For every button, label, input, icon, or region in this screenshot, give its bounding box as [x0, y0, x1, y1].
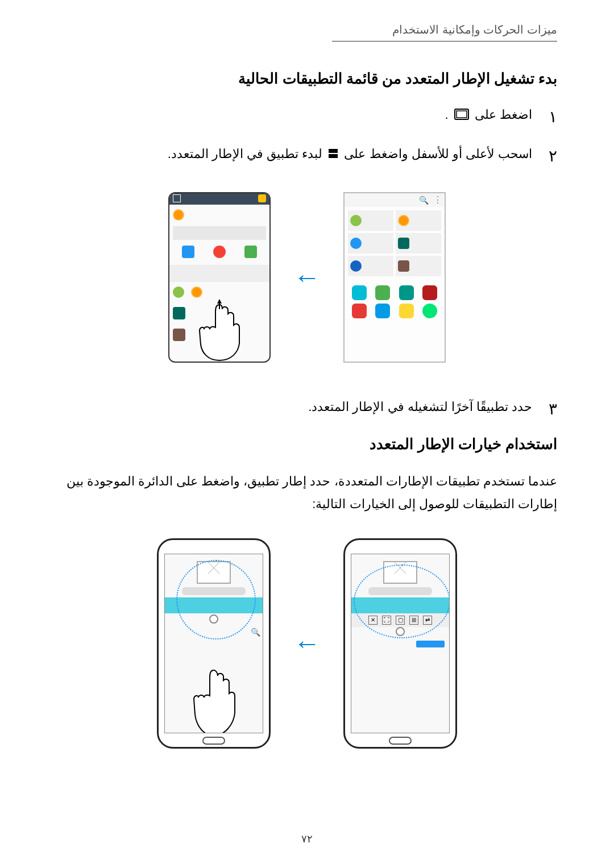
phone-recent-apps — [168, 192, 271, 363]
app-icon — [422, 304, 437, 318]
app-icon — [375, 285, 390, 300]
step1-text: اضغط على . — [57, 105, 532, 126]
hand-tap-icon — [185, 665, 242, 733]
svg-rect-3 — [329, 154, 338, 158]
home-button — [202, 737, 225, 745]
step2-text-b: لبدء تطبيق في الإطار المتعدد. — [168, 147, 323, 161]
step1-number: ١ — [541, 105, 557, 130]
phone-options-expanded: ⇄ ⊞ ▢ ⛶ ✕ — [343, 538, 457, 749]
recent-apps-icon — [454, 106, 469, 126]
app-icon — [399, 304, 414, 318]
app-icon — [244, 246, 257, 258]
search-icon: 🔍 — [419, 196, 429, 205]
svg-rect-1 — [457, 111, 467, 118]
app-icon — [173, 329, 185, 341]
app-icon — [352, 285, 367, 300]
clock-icon — [173, 209, 184, 221]
step-1: ١ اضغط على . — [57, 105, 557, 130]
section2-body: عندما تستخدم تطبيقات الإطارات المتعددة، … — [57, 470, 557, 515]
step2-text-a: اسحب لأعلى أو للأسفل واضغط على — [344, 147, 532, 161]
status-icon — [258, 194, 266, 202]
search-icon: 🔍 — [251, 628, 260, 637]
multiwindow-icon — [328, 144, 338, 164]
step2-number: ٢ — [541, 144, 557, 169]
step1-text-a: اضغط على — [475, 107, 532, 122]
arrow-left-icon: ← — [293, 628, 321, 659]
section2-title: استخدام خيارات الإطار المتعدد — [57, 435, 557, 453]
figure-2: 🔍 ← ⇄ ⊞ ▢ ⛶ ✕ — [57, 538, 557, 749]
step2-text: اسحب لأعلى أو للأسفل واضغط على لبدء تطبي… — [57, 144, 532, 165]
app-icon — [422, 285, 437, 300]
figure-1: ← ⋮ 🔍 — [57, 192, 557, 363]
more-icon: ⋮ — [433, 194, 441, 205]
app-icon — [375, 304, 390, 318]
step3-text: حدد تطبيقًا آخرًا لتشغيله في الإطار المت… — [57, 397, 532, 417]
arrow-left-icon: ← — [293, 261, 321, 293]
app-icon — [182, 246, 194, 258]
slider — [416, 641, 445, 647]
app-icon — [173, 286, 184, 298]
highlight-circle — [354, 564, 450, 638]
highlight-circle — [176, 560, 256, 639]
step-3: ٣ حدد تطبيقًا آخرًا لتشغيله في الإطار ال… — [57, 397, 557, 422]
clock-icon — [191, 286, 202, 298]
step1-text-b: . — [445, 107, 449, 122]
phone-handle-tap: 🔍 — [157, 538, 271, 749]
page-number: ٧٢ — [0, 833, 614, 845]
page-header: ميزات الحركات وإمكانية الاستخدام — [332, 23, 557, 41]
app-icon — [352, 304, 367, 318]
home-button — [389, 737, 412, 745]
step-2: ٢ اسحب لأعلى أو للأسفل واضغط على لبدء تط… — [57, 144, 557, 169]
phone-app-list: ⋮ 🔍 — [343, 192, 446, 363]
app-icon — [213, 246, 226, 258]
app-icon — [399, 285, 414, 300]
split-icon — [173, 194, 181, 202]
app-icon — [173, 307, 185, 319]
step3-number: ٣ — [541, 397, 557, 422]
svg-rect-2 — [329, 149, 338, 153]
section1-title: بدء تشغيل الإطار المتعدد من قائمة التطبي… — [57, 70, 557, 88]
